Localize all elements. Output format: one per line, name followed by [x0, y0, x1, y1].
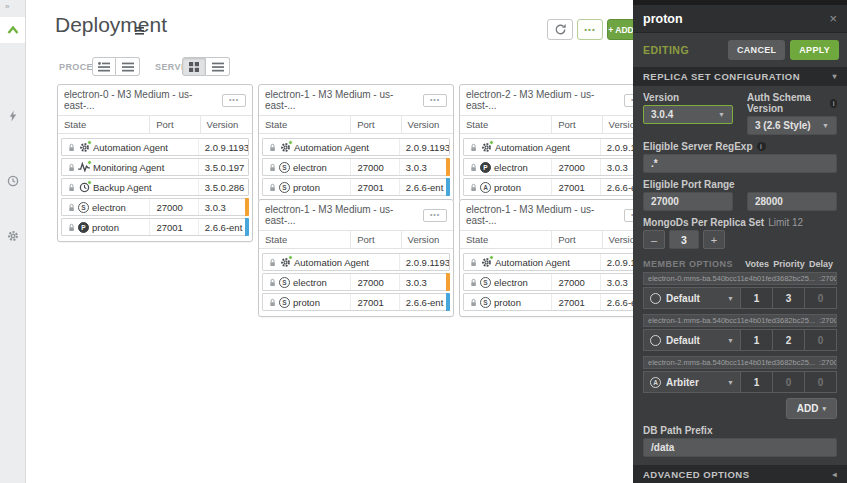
- member-type-value: Arbiter: [666, 377, 699, 388]
- lock-icon: [269, 298, 276, 307]
- process-name: proton: [293, 182, 320, 193]
- process-row[interactable]: S electron 27000 3.0.3: [463, 273, 651, 291]
- lock-icon: [470, 278, 477, 287]
- priority-input[interactable]: 2: [773, 329, 805, 351]
- process-row[interactable]: Automation Agent 2.0.9.1193: [262, 138, 450, 156]
- process-row[interactable]: S proton 27001 2.6.6-ent: [262, 293, 450, 311]
- priority-input[interactable]: 0: [773, 371, 805, 393]
- sidebar-item-deployment[interactable]: [0, 17, 25, 43]
- member-type-select[interactable]: A Arbiter ▼: [643, 371, 741, 393]
- port-range-max-input[interactable]: 28000: [747, 192, 837, 211]
- process-row[interactable]: Backup Agent 3.5.0.286: [61, 178, 249, 196]
- process-row[interactable]: Automation Agent 2.0.9.1193: [463, 138, 651, 156]
- info-icon[interactable]: i: [757, 142, 766, 151]
- votes-input[interactable]: 1: [741, 371, 773, 393]
- server-card-electron-1: electron-1 - M3 Medium - us-east-... •••…: [258, 84, 454, 202]
- cancel-button[interactable]: CANCEL: [728, 40, 785, 60]
- section-title: REPLICA SET CONFIGURATION: [643, 71, 800, 82]
- increment-button[interactable]: +: [703, 230, 725, 249]
- eligible-server-regexp-input[interactable]: .*: [643, 154, 837, 173]
- delay-input[interactable]: 0: [805, 329, 837, 351]
- process-row[interactable]: S proton 27001 2.6.6-ent: [463, 293, 651, 311]
- votes-input[interactable]: 1: [741, 329, 773, 351]
- port-range-min-input[interactable]: 27000: [643, 192, 733, 211]
- card-menu-button[interactable]: •••: [222, 94, 246, 107]
- version-status-bar: [446, 178, 450, 196]
- process-name: electron: [293, 162, 327, 173]
- mongods-value[interactable]: 3: [669, 230, 699, 249]
- refresh-button[interactable]: [547, 19, 573, 40]
- server-card-electron-1c: electron-1 - M3 Medium - us-east-... •••…: [459, 199, 655, 317]
- refresh-icon: [554, 23, 567, 36]
- member-port: :27001: [819, 274, 837, 283]
- process-row[interactable]: Automation Agent 2.0.9.1193: [61, 138, 249, 156]
- add-member-button[interactable]: ADD ▾: [786, 398, 837, 419]
- member-type-select[interactable]: Default ▼: [643, 329, 741, 351]
- member-type-value: Default: [666, 293, 700, 304]
- process-row[interactable]: S proton 27001 2.6.6-ent: [262, 178, 450, 196]
- version-status-bar: [446, 293, 450, 311]
- db-path-prefix-input[interactable]: /data: [643, 438, 837, 457]
- lock-icon: [470, 183, 477, 192]
- member-row-electron-2: electron-2.mms-ba.540bcc11e4b01fed3682bc…: [643, 356, 837, 393]
- servers-list-view-button[interactable]: [206, 57, 230, 76]
- processes-list-view-button[interactable]: [116, 57, 140, 76]
- process-row[interactable]: S electron 27000 3.0.3: [61, 198, 249, 216]
- process-row[interactable]: S electron 27000 3.0.3: [262, 273, 450, 291]
- process-row[interactable]: S electron 27000 3.0.3: [262, 158, 450, 176]
- col-version: Version: [200, 116, 252, 133]
- processes-view-toggle: [92, 57, 140, 76]
- delay-input[interactable]: 0: [805, 371, 837, 393]
- secondary-member-icon: S: [279, 182, 290, 193]
- info-icon[interactable]: i: [830, 99, 837, 108]
- status-dot: [489, 255, 494, 260]
- lock-icon: [470, 143, 477, 152]
- process-name: electron: [494, 162, 528, 173]
- card-menu-button[interactable]: •••: [423, 209, 447, 222]
- mongods-stepper: – 3 +: [643, 230, 837, 249]
- col-state: State: [259, 231, 350, 248]
- processes-topology-view-button[interactable]: [92, 57, 116, 76]
- priority-input[interactable]: 3: [773, 287, 805, 309]
- process-row[interactable]: P proton 27001 2.6.6-ent: [61, 218, 249, 236]
- sidebar-item-settings[interactable]: [0, 223, 25, 249]
- col-port: Port: [350, 116, 400, 133]
- process-version: 3.5.0.197: [198, 159, 248, 175]
- col-state: State: [460, 116, 551, 133]
- secondary-member-icon: S: [279, 277, 290, 288]
- process-row[interactable]: P electron 27000 3.0.3: [463, 158, 651, 176]
- member-type-select[interactable]: Default ▼: [643, 287, 741, 309]
- process-version: 2.0.9.1193: [399, 254, 449, 270]
- sidebar-item-activity[interactable]: [0, 103, 25, 129]
- process-row[interactable]: A proton 27001 2.6.6-ent: [463, 178, 651, 196]
- chevron-left-icon: ◂: [832, 470, 837, 479]
- lock-icon: [68, 223, 75, 232]
- servers-grid-view-button[interactable]: [182, 57, 206, 76]
- apply-button[interactable]: APPLY: [790, 40, 839, 60]
- section-title: ADVANCED OPTIONS: [643, 469, 750, 480]
- card-menu-button[interactable]: •••: [423, 94, 447, 107]
- auth-schema-select[interactable]: 3 (2.6 Style) ▼: [747, 116, 837, 135]
- member-hostname: electron-1.mms-ba.540bcc11e4b01fed3682bc…: [648, 316, 815, 325]
- server-card-title: electron-1 - M3 Medium - us-east-...: [265, 204, 423, 226]
- process-version: 2.6.6-ent: [198, 219, 248, 235]
- decrement-button[interactable]: –: [643, 230, 665, 249]
- sidebar-item-history[interactable]: [0, 168, 25, 194]
- chevron-down-icon: ▼: [727, 337, 734, 344]
- secondary-member-icon: S: [480, 277, 491, 288]
- delay-input[interactable]: 0: [805, 287, 837, 309]
- db-path-prefix-label: DB Path Prefix: [643, 425, 837, 436]
- process-row[interactable]: Automation Agent 2.0.9.1193: [262, 253, 450, 271]
- process-row[interactable]: Automation Agent 2.0.9.1193: [463, 253, 651, 271]
- votes-input[interactable]: 1: [741, 287, 773, 309]
- version-select[interactable]: 3.0.4 ▼: [643, 105, 733, 124]
- close-icon[interactable]: ×: [829, 11, 837, 26]
- more-options-button[interactable]: •••: [577, 19, 603, 40]
- sidebar-collapse-icon[interactable]: »: [5, 2, 8, 11]
- lock-icon: [68, 163, 75, 172]
- primary-member-icon: P: [480, 162, 491, 173]
- replica-set-configuration-section-header[interactable]: REPLICA SET CONFIGURATION ▾: [633, 67, 847, 86]
- process-row[interactable]: Monitoring Agent 3.5.0.197: [61, 158, 249, 176]
- automation-agent-icon: [279, 141, 291, 153]
- advanced-options-section-header[interactable]: ADVANCED OPTIONS ◂: [633, 465, 847, 483]
